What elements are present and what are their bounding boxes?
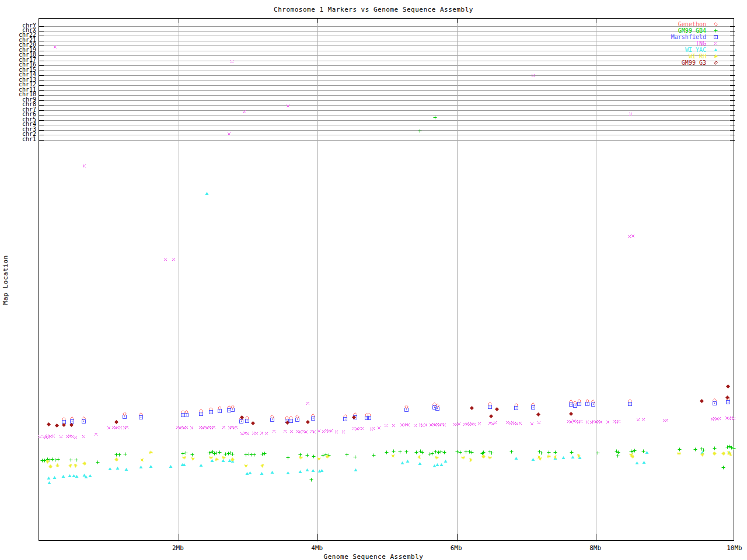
data-point-marshfield[interactable] xyxy=(367,416,371,420)
data-point-wi-rh[interactable] xyxy=(469,458,473,462)
data-point-gm99-gb4[interactable] xyxy=(420,450,424,454)
data-point-marshfield[interactable] xyxy=(199,412,203,416)
data-point-gm99-gb4[interactable] xyxy=(633,449,637,453)
data-point-gm99-gb4[interactable] xyxy=(252,453,256,457)
data-point-wi-rh[interactable] xyxy=(74,464,78,468)
data-point-gm99-gb4[interactable] xyxy=(547,450,551,454)
data-point-marshfield[interactable] xyxy=(239,419,243,424)
data-point-gm99-gb4[interactable] xyxy=(184,451,188,455)
data-point-tng[interactable] xyxy=(38,435,42,439)
data-point-tng[interactable] xyxy=(286,104,290,108)
data-point-wi-rh[interactable] xyxy=(417,455,421,459)
data-point-tng[interactable] xyxy=(384,424,388,428)
data-point-tng[interactable] xyxy=(227,132,231,136)
data-point-wi-yac[interactable] xyxy=(169,464,173,468)
data-point-marshfield[interactable] xyxy=(184,413,189,417)
legend-item-tng[interactable]: TNG xyxy=(664,40,722,47)
data-point-marshfield[interactable] xyxy=(231,408,235,412)
data-point-wi-rh[interactable] xyxy=(728,452,732,456)
data-point-gm99-gb4[interactable] xyxy=(74,458,78,462)
data-point-wi-rh[interactable] xyxy=(326,454,330,459)
data-point-wi-yac[interactable] xyxy=(298,470,302,474)
legend-item-genethon[interactable]: Genethon xyxy=(664,21,722,27)
data-point-wi-rh[interactable] xyxy=(82,461,86,466)
data-point-marshfield[interactable] xyxy=(713,401,717,405)
data-point-tng[interactable] xyxy=(631,234,635,238)
data-point-wi-yac[interactable] xyxy=(84,475,88,479)
data-point-gm99-g3[interactable] xyxy=(470,406,474,410)
data-point-wi-rh[interactable] xyxy=(481,454,486,459)
data-point-tng[interactable] xyxy=(283,429,287,433)
data-point-gm99-gb4[interactable] xyxy=(190,453,194,457)
data-point-marshfield[interactable] xyxy=(311,416,315,421)
data-point-tng[interactable] xyxy=(230,60,234,64)
data-point-gm99-g3[interactable] xyxy=(62,423,66,427)
data-point-tng[interactable] xyxy=(665,418,669,422)
data-point-tng[interactable] xyxy=(163,257,167,261)
data-point-gm99-gb4[interactable] xyxy=(69,458,73,462)
data-point-wi-rh[interactable] xyxy=(46,460,50,464)
data-point-tng[interactable] xyxy=(222,425,226,429)
data-point-wi-rh[interactable] xyxy=(182,456,186,460)
data-point-gm99-gb4[interactable] xyxy=(481,450,486,454)
data-point-tng[interactable] xyxy=(82,435,86,439)
legend-item-marshfield[interactable]: Marshfield xyxy=(664,34,722,40)
data-point-tng[interactable] xyxy=(617,419,621,424)
data-point-tng[interactable] xyxy=(172,257,176,261)
data-point-wi-rh[interactable] xyxy=(215,457,219,461)
data-point-tng[interactable] xyxy=(260,431,264,435)
data-point-gm99-gb4[interactable] xyxy=(509,450,514,454)
data-point-tng[interactable] xyxy=(190,426,194,430)
data-point-wi-yac[interactable] xyxy=(248,471,252,475)
data-point-marshfield[interactable] xyxy=(295,418,299,422)
data-point-tng[interactable] xyxy=(537,421,541,425)
data-point-tng[interactable] xyxy=(264,432,268,436)
data-point-gm99-gb4[interactable] xyxy=(392,449,396,453)
data-point-gm99-gb4[interactable] xyxy=(693,447,697,452)
data-point-wi-yac[interactable] xyxy=(124,467,128,471)
data-point-gm99-gb4[interactable] xyxy=(117,453,121,457)
data-point-tng[interactable] xyxy=(272,429,276,433)
data-point-tng[interactable] xyxy=(717,416,721,421)
data-point-tng[interactable] xyxy=(636,418,640,422)
data-point-tng[interactable] xyxy=(518,421,522,425)
data-point-tng[interactable] xyxy=(184,425,189,429)
data-point-tng[interactable] xyxy=(246,432,250,436)
data-point-wi-yac[interactable] xyxy=(354,468,358,472)
data-point-gm99-gb4[interactable] xyxy=(312,454,316,459)
data-point-wi-yac[interactable] xyxy=(47,476,51,480)
data-point-gm99-gb4[interactable] xyxy=(616,454,620,458)
data-point-gm99-gb4[interactable] xyxy=(231,452,235,456)
data-point-wi-rh[interactable] xyxy=(231,457,235,461)
data-point-gm99-gb4[interactable] xyxy=(305,453,309,457)
data-point-wi-rh[interactable] xyxy=(700,453,704,457)
data-point-gm99-gb4[interactable] xyxy=(596,451,600,455)
data-point-wi-yac[interactable] xyxy=(561,456,566,460)
data-point-marshfield[interactable] xyxy=(585,402,589,406)
data-point-gm99-g3[interactable] xyxy=(251,421,255,425)
data-point-gm99-gb4[interactable] xyxy=(553,450,557,454)
data-point-gm99-g3[interactable] xyxy=(47,422,51,426)
data-point-gm99-gb4[interactable] xyxy=(404,450,409,454)
data-point-wi-yac[interactable] xyxy=(320,468,324,473)
data-point-tng[interactable] xyxy=(234,425,238,429)
data-point-tng[interactable] xyxy=(317,429,321,433)
data-point-tng[interactable] xyxy=(334,430,338,434)
data-point-wi-yac[interactable] xyxy=(75,474,79,478)
legend-item-gm99-gb4[interactable]: GM99 GB4 xyxy=(664,27,722,34)
data-point-gm99-g3[interactable] xyxy=(306,420,310,424)
data-point-wi-yac[interactable] xyxy=(642,460,646,464)
data-point-tng[interactable] xyxy=(51,434,55,438)
data-point-tng[interactable] xyxy=(341,430,345,434)
data-point-tng[interactable] xyxy=(641,418,645,422)
data-point-wi-yac[interactable] xyxy=(439,463,444,467)
data-point-wi-yac[interactable] xyxy=(305,468,309,472)
data-point-marshfield[interactable] xyxy=(591,402,595,407)
data-point-marshfield[interactable] xyxy=(726,400,730,404)
data-point-wi-yac[interactable] xyxy=(435,463,439,467)
data-point-tng[interactable] xyxy=(493,421,497,425)
data-point-wi-rh[interactable] xyxy=(553,455,557,459)
data-point-wi-rh[interactable] xyxy=(721,452,725,456)
data-point-tng[interactable] xyxy=(424,423,428,427)
data-point-tng[interactable] xyxy=(531,74,535,78)
